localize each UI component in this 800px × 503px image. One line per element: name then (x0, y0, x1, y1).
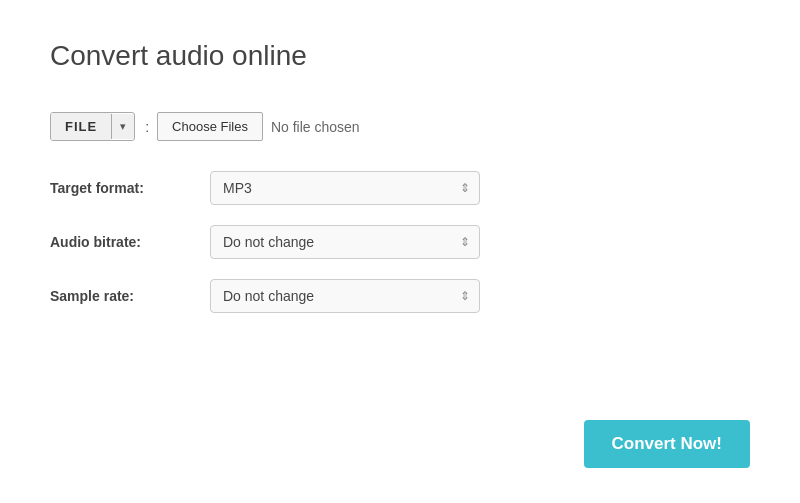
target-format-select-wrapper: MP3 (210, 171, 480, 205)
file-type-selector[interactable]: FILE ▾ (50, 112, 135, 141)
no-file-text: No file chosen (271, 119, 360, 135)
file-colon: : (145, 119, 149, 135)
file-row: FILE ▾ : Choose Files No file chosen (50, 112, 750, 141)
target-format-label: Target format: (50, 180, 210, 196)
convert-now-button[interactable]: Convert Now! (584, 420, 751, 468)
audio-bitrate-row: Audio bitrate: Do not change (50, 225, 750, 259)
target-format-select[interactable]: MP3 (210, 171, 480, 205)
audio-bitrate-label: Audio bitrate: (50, 234, 210, 250)
target-format-row: Target format: MP3 (50, 171, 750, 205)
form-section: FILE ▾ : Choose Files No file chosen Tar… (50, 112, 750, 333)
sample-rate-label: Sample rate: (50, 288, 210, 304)
page-title: Convert audio online (50, 40, 750, 72)
audio-bitrate-select[interactable]: Do not change (210, 225, 480, 259)
sample-rate-select[interactable]: Do not change (210, 279, 480, 313)
file-type-dropdown-button[interactable]: ▾ (111, 114, 134, 139)
sample-rate-select-wrapper: Do not change (210, 279, 480, 313)
choose-files-button[interactable]: Choose Files (157, 112, 263, 141)
file-type-button[interactable]: FILE (51, 113, 111, 140)
main-container: Convert audio online FILE ▾ : Choose Fil… (0, 0, 800, 503)
sample-rate-row: Sample rate: Do not change (50, 279, 750, 313)
audio-bitrate-select-wrapper: Do not change (210, 225, 480, 259)
